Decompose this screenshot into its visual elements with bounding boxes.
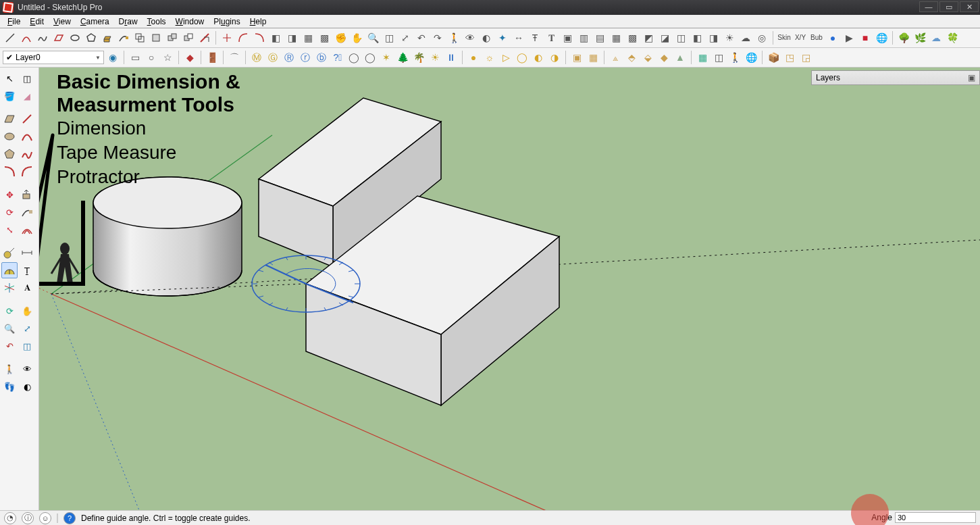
plugin-pause-icon[interactable]: ⏸ [444,50,459,65]
person-icon[interactable]: 🚶 [727,50,742,65]
look-around-tool-icon[interactable]: 👁 [19,361,35,377]
tool-followme-icon[interactable] [116,30,131,45]
tool-rectangle-icon[interactable] [51,30,66,45]
status-help-icon[interactable]: ? [63,512,76,524]
pushpull-tool-icon[interactable] [19,186,35,203]
roof5-icon[interactable]: ▲ [673,50,688,65]
arc3-tool-icon[interactable] [19,164,35,180]
window-minimize-button[interactable]: — [919,1,938,12]
style-shaded-icon[interactable]: ▣ [560,30,575,45]
menu-file[interactable]: File [3,16,25,28]
map1-icon[interactable]: ▦ [695,50,710,65]
zoom-window-tool-icon[interactable]: ◫ [19,338,35,354]
plugin-xy-icon[interactable]: X/Y [793,30,808,45]
plugin-palm-icon[interactable]: 🌴 [411,50,426,65]
tool-subtract-icon[interactable] [181,30,196,45]
light-5-icon[interactable]: ◐ [531,50,546,65]
component-icon[interactable]: ▭ [128,50,143,65]
view-right-icon[interactable]: ◧ [690,30,704,45]
zoom-previous-tool-icon[interactable]: ↶ [1,338,18,354]
xray-toggle-icon[interactable]: ◎ [754,30,769,45]
box2-icon[interactable]: ◳ [782,50,797,65]
menu-edit[interactable]: Edit [25,16,49,28]
scale-tool-icon[interactable]: ⤡ [1,222,18,238]
tool-arc3-icon[interactable] [252,30,267,45]
style-texture-icon[interactable]: ▩ [625,30,640,45]
plant-tree-icon[interactable]: 🌳 [896,30,911,45]
menu-window[interactable]: Window [171,16,209,28]
tool-previous-icon[interactable]: ↶ [414,30,429,45]
box3-icon[interactable]: ◲ [798,50,813,65]
select-tool-icon[interactable]: ↖ [1,70,18,86]
cube1-icon[interactable]: ▣ [569,50,584,65]
plugin-stop-icon[interactable]: ■ [858,30,873,45]
axes-tool-icon[interactable] [1,280,18,296]
tool-arc2-icon[interactable] [236,30,251,45]
arc-tool-icon[interactable] [19,128,35,145]
menu-help[interactable]: Help [245,16,272,28]
status-user-icon[interactable]: ☺ [39,512,51,524]
menu-draw[interactable]: Draw [114,16,143,28]
tool-union-icon[interactable] [165,30,180,45]
tool-axes-icon[interactable]: ✦ [495,30,510,45]
model-viewport[interactable]: Basic Dimension & Measurment Tools Dimen… [39,68,980,510]
menu-tools[interactable]: Tools [143,16,171,28]
round-br-icon[interactable]: ⓑ [314,50,329,65]
zoom-extents-tool-icon[interactable]: ⤢ [19,320,35,336]
roof1-icon[interactable]: ⟁ [608,50,623,65]
round-o2-icon[interactable]: ◯ [363,50,378,65]
round-o1-icon[interactable]: ◯ [346,50,361,65]
shadow-toggle-icon[interactable]: ☀ [722,30,737,45]
round-m-icon[interactable]: Ⓜ [249,50,264,65]
tool-polygon-icon[interactable] [84,30,99,45]
view-top-icon[interactable]: ◪ [657,30,672,45]
light-3-icon[interactable]: ▷ [498,50,513,65]
plugin-skin-icon[interactable]: Skin [777,30,792,45]
plugin-sun-icon[interactable]: ☀ [428,50,442,65]
plugin-bub-icon[interactable]: Bub [809,30,824,45]
protractor-tool-icon[interactable] [1,262,18,278]
plant-cloud-icon[interactable]: ☁ [929,30,944,45]
rectangle-tool-icon[interactable] [1,111,18,127]
plugin-globe-icon[interactable]: 🌐 [874,30,889,45]
tool-text-icon[interactable]: Ŧ [527,30,542,45]
tool-next-icon[interactable]: ↷ [430,30,445,45]
menu-camera[interactable]: Camera [76,16,114,28]
tool-trim-icon[interactable] [197,30,212,45]
eraser-tool-icon[interactable]: ◢ [19,88,35,104]
plugin-door-icon[interactable]: 🚪 [205,50,220,65]
style-mono-icon[interactable]: ▦ [609,30,623,45]
view-back-icon[interactable]: ◨ [706,30,721,45]
plugin-arc-icon[interactable]: ⌒ [227,50,242,65]
tool-section-icon[interactable]: ◐ [479,30,494,45]
section-plane-tool-icon[interactable]: ◐ [19,378,35,395]
layer-name-input[interactable] [16,53,93,62]
light-6-icon[interactable]: ◑ [547,50,562,65]
tool-pan-icon[interactable]: ✋ [349,30,364,45]
tool-zoom-icon[interactable]: 🔍 [365,30,380,45]
tool-intersect-icon[interactable] [132,30,147,45]
roof2-icon[interactable]: ⬘ [624,50,639,65]
round-g-icon[interactable]: Ⓖ [265,50,280,65]
tool-sandbox1-icon[interactable]: ◧ [268,30,283,45]
tool-3dtext-icon[interactable]: 𝐓 [544,30,559,45]
3dtext-tool-icon[interactable]: 𝐀 [19,280,35,296]
paint-bucket-icon[interactable]: 🪣 [1,88,18,104]
style-hidden-icon[interactable]: ▤ [592,30,607,45]
tool-walk-icon[interactable]: 🚶 [446,30,461,45]
group-icon[interactable]: ○ [144,50,159,65]
walk-tool-icon[interactable]: 👣 [1,378,18,395]
plugin-1-icon[interactable]: ● [825,30,840,45]
layer-manager-icon[interactable]: ◉ [105,50,120,65]
fog-toggle-icon[interactable]: ☁ [738,30,753,45]
box1-icon[interactable]: 📦 [766,50,781,65]
orbit-tool-icon[interactable]: ⟳ [1,303,18,319]
light-1-icon[interactable]: ● [466,50,481,65]
move-tool-icon[interactable]: ✥ [1,186,18,203]
circle-tool-icon[interactable] [1,128,18,145]
window-maximize-button[interactable]: ▭ [939,1,958,12]
vcb-input[interactable] [895,512,976,523]
status-info-icon[interactable]: ◔ [4,512,16,524]
roof3-icon[interactable]: ⬙ [640,50,655,65]
tool-line-icon[interactable] [3,30,18,45]
